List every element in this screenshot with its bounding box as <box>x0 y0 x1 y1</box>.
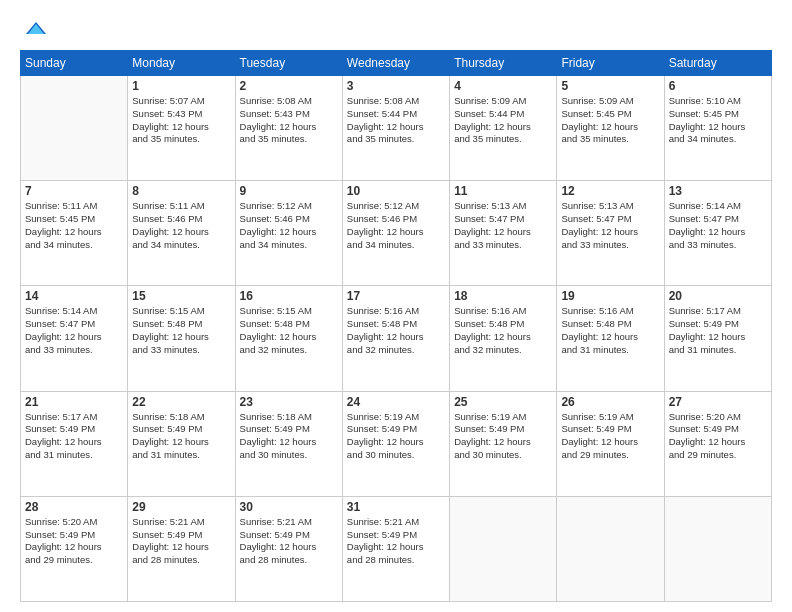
day-number: 4 <box>454 79 552 93</box>
calendar-week-row: 1Sunrise: 5:07 AM Sunset: 5:43 PM Daylig… <box>21 76 772 181</box>
day-info: Sunrise: 5:19 AM Sunset: 5:49 PM Dayligh… <box>454 411 552 462</box>
day-number: 21 <box>25 395 123 409</box>
calendar-day-cell: 19Sunrise: 5:16 AM Sunset: 5:48 PM Dayli… <box>557 286 664 391</box>
day-number: 26 <box>561 395 659 409</box>
calendar-table: SundayMondayTuesdayWednesdayThursdayFrid… <box>20 50 772 602</box>
day-info: Sunrise: 5:18 AM Sunset: 5:49 PM Dayligh… <box>240 411 338 462</box>
day-number: 9 <box>240 184 338 198</box>
day-number: 24 <box>347 395 445 409</box>
day-info: Sunrise: 5:16 AM Sunset: 5:48 PM Dayligh… <box>454 305 552 356</box>
calendar-day-cell: 27Sunrise: 5:20 AM Sunset: 5:49 PM Dayli… <box>664 391 771 496</box>
calendar-day-cell: 3Sunrise: 5:08 AM Sunset: 5:44 PM Daylig… <box>342 76 449 181</box>
day-number: 6 <box>669 79 767 93</box>
calendar-week-row: 7Sunrise: 5:11 AM Sunset: 5:45 PM Daylig… <box>21 181 772 286</box>
calendar-day-cell: 5Sunrise: 5:09 AM Sunset: 5:45 PM Daylig… <box>557 76 664 181</box>
day-info: Sunrise: 5:13 AM Sunset: 5:47 PM Dayligh… <box>454 200 552 251</box>
calendar-day-cell <box>21 76 128 181</box>
day-info: Sunrise: 5:07 AM Sunset: 5:43 PM Dayligh… <box>132 95 230 146</box>
logo <box>20 16 46 40</box>
day-info: Sunrise: 5:16 AM Sunset: 5:48 PM Dayligh… <box>347 305 445 356</box>
day-info: Sunrise: 5:17 AM Sunset: 5:49 PM Dayligh… <box>25 411 123 462</box>
day-number: 18 <box>454 289 552 303</box>
weekday-header-row: SundayMondayTuesdayWednesdayThursdayFrid… <box>21 51 772 76</box>
calendar-day-cell: 22Sunrise: 5:18 AM Sunset: 5:49 PM Dayli… <box>128 391 235 496</box>
day-info: Sunrise: 5:19 AM Sunset: 5:49 PM Dayligh… <box>561 411 659 462</box>
day-number: 1 <box>132 79 230 93</box>
day-info: Sunrise: 5:15 AM Sunset: 5:48 PM Dayligh… <box>132 305 230 356</box>
weekday-header-cell: Monday <box>128 51 235 76</box>
calendar-day-cell: 1Sunrise: 5:07 AM Sunset: 5:43 PM Daylig… <box>128 76 235 181</box>
calendar-body: 1Sunrise: 5:07 AM Sunset: 5:43 PM Daylig… <box>21 76 772 602</box>
calendar-day-cell: 24Sunrise: 5:19 AM Sunset: 5:49 PM Dayli… <box>342 391 449 496</box>
calendar-day-cell: 26Sunrise: 5:19 AM Sunset: 5:49 PM Dayli… <box>557 391 664 496</box>
day-info: Sunrise: 5:20 AM Sunset: 5:49 PM Dayligh… <box>669 411 767 462</box>
calendar-day-cell: 23Sunrise: 5:18 AM Sunset: 5:49 PM Dayli… <box>235 391 342 496</box>
day-number: 2 <box>240 79 338 93</box>
calendar-week-row: 28Sunrise: 5:20 AM Sunset: 5:49 PM Dayli… <box>21 496 772 601</box>
calendar-day-cell: 4Sunrise: 5:09 AM Sunset: 5:44 PM Daylig… <box>450 76 557 181</box>
calendar-day-cell: 2Sunrise: 5:08 AM Sunset: 5:43 PM Daylig… <box>235 76 342 181</box>
day-info: Sunrise: 5:09 AM Sunset: 5:45 PM Dayligh… <box>561 95 659 146</box>
calendar-day-cell: 16Sunrise: 5:15 AM Sunset: 5:48 PM Dayli… <box>235 286 342 391</box>
calendar-week-row: 21Sunrise: 5:17 AM Sunset: 5:49 PM Dayli… <box>21 391 772 496</box>
day-number: 23 <box>240 395 338 409</box>
calendar-day-cell: 25Sunrise: 5:19 AM Sunset: 5:49 PM Dayli… <box>450 391 557 496</box>
day-info: Sunrise: 5:10 AM Sunset: 5:45 PM Dayligh… <box>669 95 767 146</box>
day-number: 29 <box>132 500 230 514</box>
day-number: 20 <box>669 289 767 303</box>
calendar-day-cell <box>664 496 771 601</box>
day-number: 15 <box>132 289 230 303</box>
calendar-day-cell: 13Sunrise: 5:14 AM Sunset: 5:47 PM Dayli… <box>664 181 771 286</box>
day-number: 28 <box>25 500 123 514</box>
day-number: 30 <box>240 500 338 514</box>
calendar-day-cell: 10Sunrise: 5:12 AM Sunset: 5:46 PM Dayli… <box>342 181 449 286</box>
day-info: Sunrise: 5:21 AM Sunset: 5:49 PM Dayligh… <box>240 516 338 567</box>
calendar-day-cell: 17Sunrise: 5:16 AM Sunset: 5:48 PM Dayli… <box>342 286 449 391</box>
day-number: 5 <box>561 79 659 93</box>
calendar-day-cell <box>557 496 664 601</box>
day-info: Sunrise: 5:11 AM Sunset: 5:45 PM Dayligh… <box>25 200 123 251</box>
calendar-day-cell: 31Sunrise: 5:21 AM Sunset: 5:49 PM Dayli… <box>342 496 449 601</box>
calendar-day-cell: 15Sunrise: 5:15 AM Sunset: 5:48 PM Dayli… <box>128 286 235 391</box>
calendar-day-cell: 30Sunrise: 5:21 AM Sunset: 5:49 PM Dayli… <box>235 496 342 601</box>
day-info: Sunrise: 5:17 AM Sunset: 5:49 PM Dayligh… <box>669 305 767 356</box>
day-number: 27 <box>669 395 767 409</box>
day-info: Sunrise: 5:12 AM Sunset: 5:46 PM Dayligh… <box>347 200 445 251</box>
day-info: Sunrise: 5:18 AM Sunset: 5:49 PM Dayligh… <box>132 411 230 462</box>
weekday-header-cell: Thursday <box>450 51 557 76</box>
day-number: 25 <box>454 395 552 409</box>
day-info: Sunrise: 5:21 AM Sunset: 5:49 PM Dayligh… <box>347 516 445 567</box>
calendar-day-cell: 9Sunrise: 5:12 AM Sunset: 5:46 PM Daylig… <box>235 181 342 286</box>
calendar-day-cell: 7Sunrise: 5:11 AM Sunset: 5:45 PM Daylig… <box>21 181 128 286</box>
day-info: Sunrise: 5:19 AM Sunset: 5:49 PM Dayligh… <box>347 411 445 462</box>
day-info: Sunrise: 5:13 AM Sunset: 5:47 PM Dayligh… <box>561 200 659 251</box>
day-info: Sunrise: 5:11 AM Sunset: 5:46 PM Dayligh… <box>132 200 230 251</box>
calendar-day-cell: 29Sunrise: 5:21 AM Sunset: 5:49 PM Dayli… <box>128 496 235 601</box>
day-number: 31 <box>347 500 445 514</box>
day-info: Sunrise: 5:21 AM Sunset: 5:49 PM Dayligh… <box>132 516 230 567</box>
day-info: Sunrise: 5:15 AM Sunset: 5:48 PM Dayligh… <box>240 305 338 356</box>
weekday-header-cell: Sunday <box>21 51 128 76</box>
calendar-week-row: 14Sunrise: 5:14 AM Sunset: 5:47 PM Dayli… <box>21 286 772 391</box>
weekday-header-cell: Wednesday <box>342 51 449 76</box>
calendar-day-cell <box>450 496 557 601</box>
day-number: 19 <box>561 289 659 303</box>
calendar-day-cell: 8Sunrise: 5:11 AM Sunset: 5:46 PM Daylig… <box>128 181 235 286</box>
day-info: Sunrise: 5:14 AM Sunset: 5:47 PM Dayligh… <box>25 305 123 356</box>
day-number: 11 <box>454 184 552 198</box>
day-info: Sunrise: 5:09 AM Sunset: 5:44 PM Dayligh… <box>454 95 552 146</box>
calendar-day-cell: 6Sunrise: 5:10 AM Sunset: 5:45 PM Daylig… <box>664 76 771 181</box>
day-info: Sunrise: 5:16 AM Sunset: 5:48 PM Dayligh… <box>561 305 659 356</box>
calendar-day-cell: 14Sunrise: 5:14 AM Sunset: 5:47 PM Dayli… <box>21 286 128 391</box>
day-number: 22 <box>132 395 230 409</box>
calendar-day-cell: 18Sunrise: 5:16 AM Sunset: 5:48 PM Dayli… <box>450 286 557 391</box>
weekday-header-cell: Friday <box>557 51 664 76</box>
calendar-day-cell: 11Sunrise: 5:13 AM Sunset: 5:47 PM Dayli… <box>450 181 557 286</box>
day-info: Sunrise: 5:08 AM Sunset: 5:44 PM Dayligh… <box>347 95 445 146</box>
page: SundayMondayTuesdayWednesdayThursdayFrid… <box>0 0 792 612</box>
header <box>20 16 772 40</box>
day-number: 17 <box>347 289 445 303</box>
calendar-day-cell: 20Sunrise: 5:17 AM Sunset: 5:49 PM Dayli… <box>664 286 771 391</box>
day-number: 14 <box>25 289 123 303</box>
calendar-day-cell: 12Sunrise: 5:13 AM Sunset: 5:47 PM Dayli… <box>557 181 664 286</box>
